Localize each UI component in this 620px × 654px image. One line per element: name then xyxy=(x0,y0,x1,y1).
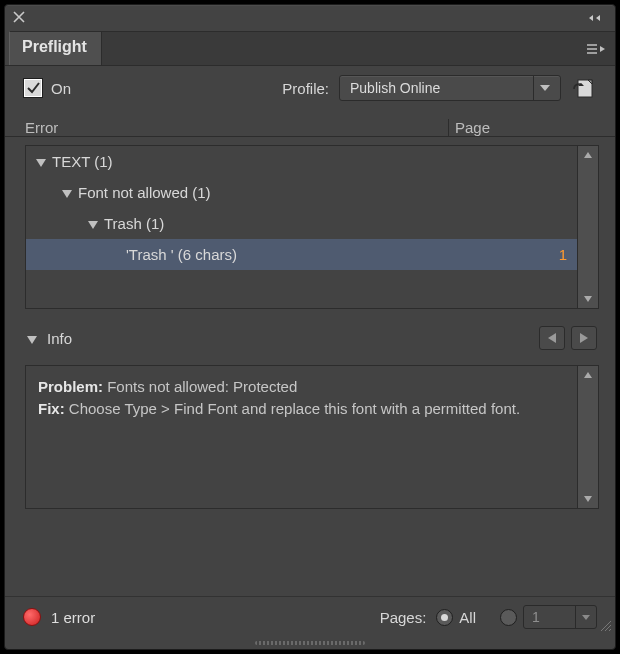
fix-text: Choose Type > Find Font and replace this… xyxy=(65,400,520,417)
panel-grabber[interactable] xyxy=(5,637,615,649)
next-error-button[interactable] xyxy=(571,326,597,350)
tree-row-trash[interactable]: Trash (1) xyxy=(26,208,577,239)
profile-label: Profile: xyxy=(282,80,329,97)
pages-all-label: All xyxy=(459,609,476,626)
tree-scrollbar[interactable] xyxy=(577,146,598,308)
info-header[interactable]: Info xyxy=(5,309,615,355)
error-status-icon xyxy=(23,608,41,626)
collapse-icon[interactable] xyxy=(589,9,607,27)
scroll-up-icon[interactable] xyxy=(578,146,598,164)
panel-titlebar xyxy=(5,5,615,31)
scroll-up-icon[interactable] xyxy=(578,366,598,384)
tree-row-instance[interactable]: 'Trash ' (6 chars) 1 xyxy=(26,239,577,270)
pages-all-radio[interactable] xyxy=(436,609,453,626)
resize-grip-icon[interactable] xyxy=(599,617,611,635)
close-icon[interactable] xyxy=(13,9,25,27)
on-label: On xyxy=(51,80,71,97)
pages-label: Pages: xyxy=(380,609,427,626)
problem-text: Fonts not allowed: Protected xyxy=(103,378,297,395)
error-status-text: 1 error xyxy=(51,609,380,626)
column-page[interactable]: Page xyxy=(448,119,595,136)
error-tree: TEXT (1) Font not allowed (1) Trash (1) … xyxy=(25,145,599,309)
disclosure-triangle-icon[interactable] xyxy=(36,153,46,170)
on-checkbox[interactable] xyxy=(23,78,43,98)
pages-range-dropdown[interactable]: 1 xyxy=(523,605,597,629)
pages-range-value: 1 xyxy=(524,609,575,625)
embed-profile-icon[interactable] xyxy=(571,77,597,99)
panel-menu-icon[interactable] xyxy=(585,44,607,54)
scroll-down-icon[interactable] xyxy=(578,290,598,308)
profile-dropdown-value: Publish Online xyxy=(350,80,533,96)
tree-row-label: Trash (1) xyxy=(104,215,567,232)
fix-label: Fix: xyxy=(38,400,65,417)
tree-row-page: 1 xyxy=(547,246,567,263)
chevron-down-icon xyxy=(533,76,556,100)
tree-row-label: Font not allowed (1) xyxy=(78,184,567,201)
column-error[interactable]: Error xyxy=(25,119,448,136)
tab-preflight[interactable]: Preflight xyxy=(9,31,102,65)
problem-label: Problem: xyxy=(38,378,103,395)
tree-row-font-not-allowed[interactable]: Font not allowed (1) xyxy=(26,177,577,208)
pages-range-radio[interactable] xyxy=(500,609,517,626)
profile-dropdown[interactable]: Publish Online xyxy=(339,75,561,101)
preflight-panel: Preflight On Profile: Publish Online xyxy=(4,4,616,650)
info-scrollbar[interactable] xyxy=(577,366,598,508)
prev-error-button[interactable] xyxy=(539,326,565,350)
chevron-down-icon xyxy=(575,606,596,628)
column-headers: Error Page xyxy=(5,110,615,137)
tree-row-label: 'Trash ' (6 chars) xyxy=(126,246,547,263)
footer: 1 error Pages: All 1 xyxy=(5,596,615,649)
scroll-down-icon[interactable] xyxy=(578,490,598,508)
tree-row-text[interactable]: TEXT (1) xyxy=(26,146,577,177)
disclosure-triangle-icon[interactable] xyxy=(27,330,37,347)
disclosure-triangle-icon[interactable] xyxy=(88,215,98,232)
info-text: Problem: Fonts not allowed: Protected Fi… xyxy=(26,366,577,508)
disclosure-triangle-icon[interactable] xyxy=(62,184,72,201)
tab-filler xyxy=(102,31,615,65)
svg-rect-0 xyxy=(578,80,592,97)
info-header-label: Info xyxy=(47,330,72,347)
tree-row-label: TEXT (1) xyxy=(52,153,567,170)
controls-row: On Profile: Publish Online xyxy=(5,66,615,110)
tab-row: Preflight xyxy=(5,31,615,66)
info-box: Problem: Fonts not allowed: Protected Fi… xyxy=(25,365,599,509)
